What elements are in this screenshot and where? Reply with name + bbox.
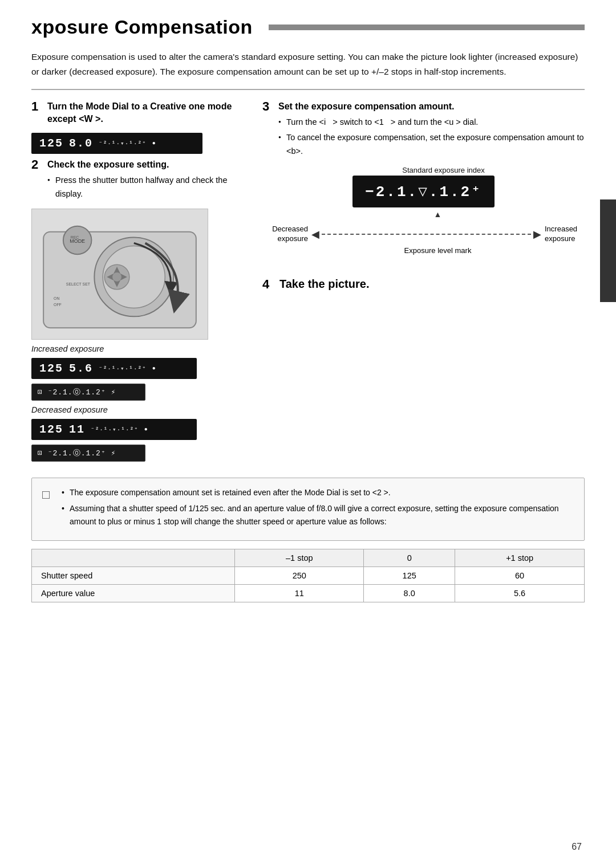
viewfinder-increased: ⊡ ⁻2.1.⓪.1.2⁺ ⚡	[31, 384, 145, 401]
table-header-row: –1 stop 0 +1 stop	[32, 549, 585, 567]
svg-text:ON: ON	[54, 296, 59, 300]
note-item-2: Assuming that a shutter speed of 1/125 s…	[62, 502, 574, 528]
note-item-1: The exposure compensation amount set is …	[62, 486, 574, 499]
decreased-exposure-section: 125 11 ⁻²·¹·▾·¹·²⁺ ●	[31, 419, 245, 440]
exposure-level-label: Exposure level mark	[291, 246, 585, 255]
step-4-number: 4	[262, 278, 275, 291]
step-2-header: 2 Check the exposure setting.	[31, 158, 245, 171]
note-icon: □	[42, 484, 56, 505]
table-header: –1 stop 0 +1 stop	[32, 549, 585, 567]
lcd-inc-shutter: 125	[39, 362, 63, 375]
table-col-2: 0	[364, 549, 455, 567]
step-4: 4 Take the picture.	[262, 278, 585, 291]
row-1-col-2: 8.0	[364, 584, 455, 602]
row-0-col-2: 125	[364, 567, 455, 584]
section-tab	[600, 199, 616, 302]
triangle-indicator: ▲	[291, 210, 585, 219]
vf-dec-icon: ⊡	[38, 449, 43, 458]
table-row: Shutter speed 250 125 60	[32, 567, 585, 584]
svg-text:REC: REC	[71, 235, 79, 239]
notes-section: □ The exposure compensation amount set i…	[31, 478, 585, 541]
lcd-decreased-display: 125 11 ⁻²·¹·▾·¹·²⁺ ●	[31, 419, 197, 440]
left-column: 1 Turn the Mode Dial to a Creative one m…	[0, 90, 245, 462]
lcd-dec-shutter: 125	[39, 423, 63, 436]
step-2-number: 2	[31, 158, 44, 171]
lcd-scale: ⁻²·¹·▾·¹·²⁺	[99, 140, 147, 147]
arrow-line: ◀ ▶	[311, 228, 541, 241]
step-3: 3 Set the exposure compensation amount. …	[262, 100, 585, 158]
vf-inc-battery: ⚡	[111, 388, 116, 397]
note-header: □ The exposure compensation amount set i…	[42, 486, 574, 531]
lcd-increased-display: 125 5.6 ⁻²·¹·▾·¹·²⁺ ●	[31, 358, 197, 379]
step-3-bullets: Turn the <i > switch to <1 > and turn th…	[278, 116, 585, 158]
step-2-bullet-1: Press the shutter button halfway and che…	[47, 174, 245, 200]
viewfinder-decreased: ⊡ ⁻2.1.⓪.1.2⁺ ⚡	[31, 445, 145, 462]
increased-exposure-label: Increased exposure	[31, 344, 245, 353]
arrow-right-icon: ▶	[533, 228, 541, 241]
step-1: 1 Turn the Mode Dial to a Creative one m…	[31, 100, 245, 125]
exposure-arrow-row: Decreasedexposure ◀ ▶ Increasedexposure	[268, 225, 585, 244]
exposure-diagram: Standard exposure index −2.1.▽.1.2⁺ ▲ De…	[262, 166, 585, 255]
lcd-top-display: 125 8.0 ⁻²·¹·▾·¹·²⁺ ●	[31, 133, 202, 154]
table-col-1: –1 stop	[235, 549, 364, 567]
intro-text: Exposure compensation is used to alter t…	[0, 38, 616, 89]
lcd-inc-indicator: ●	[152, 365, 157, 372]
step-2-body: Press the shutter button halfway and che…	[31, 174, 245, 200]
lcd-dec-aperture: 11	[69, 423, 85, 436]
table-row: Aperture value 11 8.0 5.6	[32, 584, 585, 602]
step-1-number: 1	[31, 100, 44, 113]
row-1-col-3: 5.6	[455, 584, 585, 602]
row-1-label: Aperture value	[32, 584, 235, 602]
decreased-label: Decreasedexposure	[268, 225, 308, 244]
page-title: xposure Compensation	[31, 16, 253, 38]
exp-display-text: −2.1.▽.1.2⁺	[365, 184, 482, 201]
lcd-shutter-value: 125	[39, 137, 63, 150]
step-1-header: 1 Turn the Mode Dial to a Creative one m…	[31, 100, 245, 125]
step-2-bullets: Press the shutter button halfway and che…	[47, 174, 245, 200]
step-3-title: Set the exposure compensation amount.	[278, 100, 455, 113]
table-col-0	[32, 549, 235, 567]
step-2-title: Check the exposure setting.	[47, 158, 169, 171]
step-1-title: Turn the Mode Dial to a Creative one mod…	[47, 100, 245, 125]
camera-diagram: MODE SELECT SET ON OFF	[31, 209, 208, 340]
decreased-exposure-label: Decreased exposure	[31, 405, 245, 414]
step-3-bullet-2: To cancel the exposure compensation, set…	[278, 131, 585, 157]
vf-dec-battery: ⚡	[111, 449, 116, 458]
row-0-label: Shutter speed	[32, 567, 235, 584]
vf-inc-scale: ⁻2.1.⓪.1.2⁺	[48, 388, 106, 397]
page: xposure Compensation Exposure compensati…	[0, 0, 616, 868]
header: xposure Compensation	[0, 0, 616, 38]
table-col-3: +1 stop	[455, 549, 585, 567]
step-2: 125 8.0 ⁻²·¹·▾·¹·²⁺ ● 2 Check the exposu…	[31, 133, 245, 200]
row-0-col-1: 250	[235, 567, 364, 584]
table-body: Shutter speed 250 125 60 Aperture value …	[32, 567, 585, 602]
arrow-left-icon: ◀	[311, 228, 319, 241]
note-items: The exposure compensation amount set is …	[62, 486, 574, 531]
lcd-inc-scale: ⁻²·¹·▾·¹·²⁺	[99, 365, 147, 372]
svg-text:SELECT SET: SELECT SET	[66, 282, 91, 286]
standard-exposure-label: Standard exposure index	[302, 166, 585, 174]
vf-inc-icon: ⊡	[38, 388, 43, 397]
step-3-number: 3	[262, 100, 275, 113]
step-4-title: Take the picture.	[279, 278, 369, 291]
step-3-header: 3 Set the exposure compensation amount.	[262, 100, 585, 113]
lcd-indicator: ●	[152, 140, 157, 146]
lcd-dec-indicator: ●	[144, 426, 149, 433]
lcd-dec-scale: ⁻²·¹·▾·¹·²⁺	[91, 426, 139, 433]
increased-label: Increasedexposure	[545, 225, 585, 244]
step-3-body: Turn the <i > switch to <1 > and turn th…	[262, 116, 585, 158]
exposure-lcd-display: −2.1.▽.1.2⁺	[352, 176, 495, 207]
right-column: 3 Set the exposure compensation amount. …	[245, 90, 616, 462]
svg-text:OFF: OFF	[54, 303, 62, 307]
page-number: 67	[572, 842, 582, 852]
lcd-aperture-value: 8.0	[69, 137, 93, 150]
row-0-col-3: 60	[455, 567, 585, 584]
data-table-section: –1 stop 0 +1 stop Shutter speed 250 125 …	[31, 549, 585, 602]
exposure-table: –1 stop 0 +1 stop Shutter speed 250 125 …	[31, 549, 585, 602]
step-3-bullet-1: Turn the <i > switch to <1 > and turn th…	[278, 116, 585, 129]
svg-text:MODE: MODE	[70, 238, 85, 244]
increased-exposure-section: 125 5.6 ⁻²·¹·▾·¹·²⁺ ●	[31, 358, 245, 379]
arrow-dots	[322, 234, 531, 235]
row-1-col-1: 11	[235, 584, 364, 602]
main-content: 1 Turn the Mode Dial to a Creative one m…	[0, 90, 616, 462]
